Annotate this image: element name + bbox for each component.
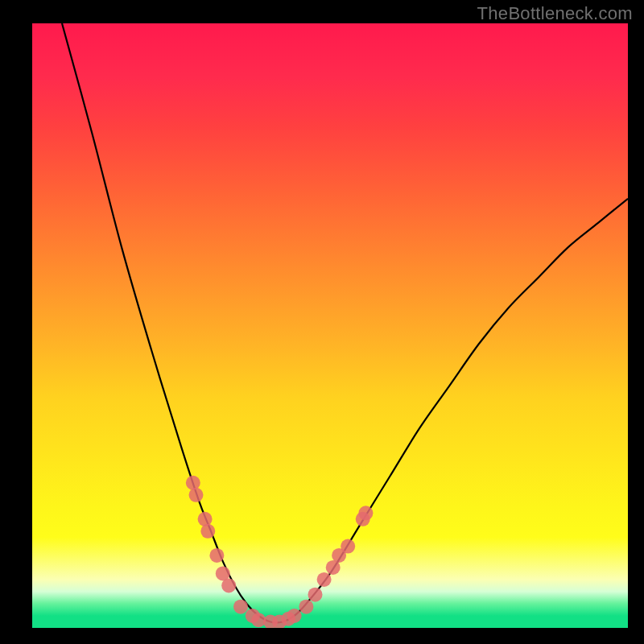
data-point bbox=[216, 566, 230, 580]
data-point bbox=[233, 600, 248, 614]
data-point bbox=[189, 488, 204, 502]
watermark-text: TheBottleneck.com bbox=[477, 3, 633, 24]
data-point bbox=[356, 512, 370, 526]
data-point bbox=[299, 600, 313, 614]
data-point bbox=[358, 506, 373, 520]
data-point bbox=[200, 524, 215, 539]
data-point bbox=[263, 614, 278, 628]
data-point bbox=[272, 614, 287, 628]
data-point bbox=[308, 588, 323, 602]
data-point bbox=[251, 613, 266, 627]
data-point bbox=[326, 560, 341, 575]
data-point bbox=[341, 539, 355, 554]
chart-svg bbox=[32, 23, 628, 628]
data-point bbox=[209, 548, 224, 563]
data-point bbox=[246, 609, 260, 623]
data-point bbox=[221, 578, 236, 592]
data-point bbox=[317, 572, 332, 587]
bottleneck-curve bbox=[62, 23, 628, 622]
data-point bbox=[186, 476, 200, 490]
plot-area bbox=[32, 23, 628, 628]
data-points bbox=[186, 476, 374, 628]
data-point bbox=[332, 548, 346, 563]
chart-frame: TheBottleneck.com bbox=[0, 0, 644, 644]
data-point bbox=[281, 612, 295, 626]
data-point bbox=[198, 512, 213, 526]
data-point bbox=[287, 609, 302, 623]
